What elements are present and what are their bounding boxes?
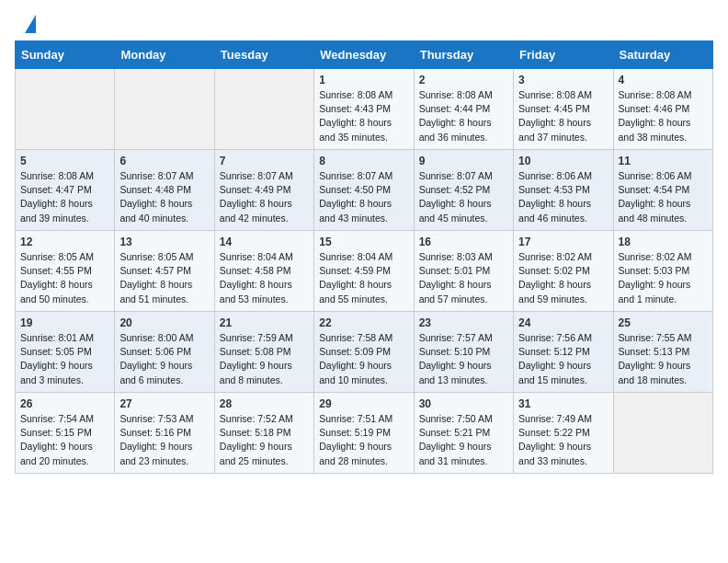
calendar-cell: 19Sunrise: 8:01 AM Sunset: 5:05 PM Dayli… xyxy=(16,312,115,393)
day-info: Sunrise: 8:01 AM Sunset: 5:05 PM Dayligh… xyxy=(20,331,109,387)
calendar-cell: 24Sunrise: 7:56 AM Sunset: 5:12 PM Dayli… xyxy=(514,312,613,393)
day-info: Sunrise: 8:04 AM Sunset: 4:59 PM Dayligh… xyxy=(319,250,408,306)
day-info: Sunrise: 8:02 AM Sunset: 5:03 PM Dayligh… xyxy=(619,250,708,306)
day-info: Sunrise: 8:08 AM Sunset: 4:44 PM Dayligh… xyxy=(419,88,508,144)
day-number: 9 xyxy=(419,155,508,167)
day-info: Sunrise: 8:07 AM Sunset: 4:49 PM Dayligh… xyxy=(220,169,309,225)
calendar-day-header: Monday xyxy=(115,41,214,69)
day-info: Sunrise: 8:08 AM Sunset: 4:47 PM Dayligh… xyxy=(20,169,109,225)
day-number: 6 xyxy=(119,155,209,167)
day-info: Sunrise: 8:07 AM Sunset: 4:50 PM Dayligh… xyxy=(319,169,408,225)
day-info: Sunrise: 7:58 AM Sunset: 5:09 PM Dayligh… xyxy=(319,331,408,387)
calendar-cell: 22Sunrise: 7:58 AM Sunset: 5:09 PM Dayli… xyxy=(314,312,414,393)
day-info: Sunrise: 7:53 AM Sunset: 5:16 PM Dayligh… xyxy=(119,412,209,468)
day-info: Sunrise: 8:08 AM Sunset: 4:45 PM Dayligh… xyxy=(518,88,608,144)
day-info: Sunrise: 7:57 AM Sunset: 5:10 PM Dayligh… xyxy=(419,331,508,387)
day-number: 5 xyxy=(20,155,109,167)
day-info: Sunrise: 8:08 AM Sunset: 4:43 PM Dayligh… xyxy=(319,88,408,144)
day-info: Sunrise: 8:00 AM Sunset: 5:06 PM Dayligh… xyxy=(119,331,209,387)
calendar-day-header: Thursday xyxy=(414,41,513,69)
day-info: Sunrise: 8:07 AM Sunset: 4:48 PM Dayligh… xyxy=(119,169,209,225)
day-info: Sunrise: 7:55 AM Sunset: 5:13 PM Dayligh… xyxy=(619,331,708,387)
day-info: Sunrise: 8:08 AM Sunset: 4:46 PM Dayligh… xyxy=(619,88,708,144)
calendar-cell: 1Sunrise: 8:08 AM Sunset: 4:43 PM Daylig… xyxy=(314,69,414,150)
calendar-cell xyxy=(613,393,712,474)
day-number: 1 xyxy=(319,74,408,86)
calendar-week-row: 19Sunrise: 8:01 AM Sunset: 5:05 PM Dayli… xyxy=(16,312,713,393)
day-number: 20 xyxy=(119,316,209,329)
calendar-cell: 30Sunrise: 7:50 AM Sunset: 5:21 PM Dayli… xyxy=(414,393,513,474)
calendar-cell: 13Sunrise: 8:05 AM Sunset: 4:57 PM Dayli… xyxy=(115,231,214,312)
calendar-cell: 15Sunrise: 8:04 AM Sunset: 4:59 PM Dayli… xyxy=(314,231,414,312)
logo-triangle-icon xyxy=(25,15,36,33)
calendar-cell: 7Sunrise: 8:07 AM Sunset: 4:49 PM Daylig… xyxy=(214,150,313,231)
calendar-cell: 20Sunrise: 8:00 AM Sunset: 5:06 PM Dayli… xyxy=(115,312,214,393)
calendar-cell xyxy=(16,69,115,150)
calendar-week-row: 26Sunrise: 7:54 AM Sunset: 5:15 PM Dayli… xyxy=(16,393,713,474)
day-info: Sunrise: 8:06 AM Sunset: 4:54 PM Dayligh… xyxy=(619,169,708,225)
calendar-wrapper: SundayMondayTuesdayWednesdayThursdayFrid… xyxy=(0,40,728,488)
day-number: 28 xyxy=(220,397,309,410)
calendar-cell: 3Sunrise: 8:08 AM Sunset: 4:45 PM Daylig… xyxy=(514,69,613,150)
calendar-cell: 6Sunrise: 8:07 AM Sunset: 4:48 PM Daylig… xyxy=(115,150,214,231)
calendar-cell: 27Sunrise: 7:53 AM Sunset: 5:16 PM Dayli… xyxy=(115,393,214,474)
day-info: Sunrise: 7:49 AM Sunset: 5:22 PM Dayligh… xyxy=(518,412,608,468)
day-info: Sunrise: 7:54 AM Sunset: 5:15 PM Dayligh… xyxy=(20,412,109,468)
calendar-day-header: Friday xyxy=(514,41,613,69)
day-info: Sunrise: 8:07 AM Sunset: 4:52 PM Dayligh… xyxy=(419,169,508,225)
day-number: 7 xyxy=(220,155,309,167)
calendar-cell: 12Sunrise: 8:05 AM Sunset: 4:55 PM Dayli… xyxy=(16,231,115,312)
calendar-day-header: Tuesday xyxy=(214,41,313,69)
day-number: 19 xyxy=(20,316,109,329)
day-info: Sunrise: 8:04 AM Sunset: 4:58 PM Dayligh… xyxy=(220,250,309,306)
calendar-week-row: 1Sunrise: 8:08 AM Sunset: 4:43 PM Daylig… xyxy=(16,69,713,150)
day-number: 15 xyxy=(319,236,408,248)
day-info: Sunrise: 8:02 AM Sunset: 5:02 PM Dayligh… xyxy=(518,250,608,306)
day-info: Sunrise: 7:51 AM Sunset: 5:19 PM Dayligh… xyxy=(319,412,408,468)
day-number: 31 xyxy=(518,397,608,410)
day-info: Sunrise: 8:05 AM Sunset: 4:55 PM Dayligh… xyxy=(20,250,109,306)
calendar-cell: 29Sunrise: 7:51 AM Sunset: 5:19 PM Dayli… xyxy=(314,393,414,474)
calendar-cell: 2Sunrise: 8:08 AM Sunset: 4:44 PM Daylig… xyxy=(414,69,513,150)
day-number: 18 xyxy=(619,236,708,248)
day-number: 3 xyxy=(518,74,608,86)
day-number: 10 xyxy=(518,155,608,167)
calendar-cell xyxy=(214,69,313,150)
calendar-header-row: SundayMondayTuesdayWednesdayThursdayFrid… xyxy=(16,41,713,69)
day-number: 26 xyxy=(20,397,109,410)
calendar-cell: 5Sunrise: 8:08 AM Sunset: 4:47 PM Daylig… xyxy=(16,150,115,231)
day-number: 4 xyxy=(619,74,708,86)
day-number: 30 xyxy=(419,397,508,410)
day-info: Sunrise: 7:50 AM Sunset: 5:21 PM Dayligh… xyxy=(419,412,508,468)
calendar-day-header: Sunday xyxy=(16,41,115,69)
calendar-cell: 11Sunrise: 8:06 AM Sunset: 4:54 PM Dayli… xyxy=(613,150,712,231)
calendar-cell: 8Sunrise: 8:07 AM Sunset: 4:50 PM Daylig… xyxy=(314,150,414,231)
day-number: 14 xyxy=(220,236,309,248)
day-number: 29 xyxy=(319,397,408,410)
day-number: 21 xyxy=(220,316,309,329)
day-number: 16 xyxy=(419,236,508,248)
calendar-cell: 31Sunrise: 7:49 AM Sunset: 5:22 PM Dayli… xyxy=(514,393,613,474)
day-number: 23 xyxy=(419,316,508,329)
calendar-cell: 14Sunrise: 8:04 AM Sunset: 4:58 PM Dayli… xyxy=(214,231,313,312)
calendar-cell: 23Sunrise: 7:57 AM Sunset: 5:10 PM Dayli… xyxy=(414,312,513,393)
calendar-cell: 21Sunrise: 7:59 AM Sunset: 5:08 PM Dayli… xyxy=(214,312,313,393)
day-number: 12 xyxy=(20,236,109,248)
day-number: 8 xyxy=(319,155,408,167)
calendar-cell: 28Sunrise: 7:52 AM Sunset: 5:18 PM Dayli… xyxy=(214,393,313,474)
page-header xyxy=(0,0,728,40)
day-number: 25 xyxy=(619,316,708,329)
day-number: 17 xyxy=(518,236,608,248)
calendar-cell: 4Sunrise: 8:08 AM Sunset: 4:46 PM Daylig… xyxy=(613,69,712,150)
day-info: Sunrise: 7:56 AM Sunset: 5:12 PM Dayligh… xyxy=(518,331,608,387)
logo xyxy=(22,17,38,33)
calendar-week-row: 5Sunrise: 8:08 AM Sunset: 4:47 PM Daylig… xyxy=(16,150,713,231)
day-info: Sunrise: 7:52 AM Sunset: 5:18 PM Dayligh… xyxy=(220,412,309,468)
day-info: Sunrise: 8:06 AM Sunset: 4:53 PM Dayligh… xyxy=(518,169,608,225)
day-number: 13 xyxy=(119,236,209,248)
calendar-cell: 26Sunrise: 7:54 AM Sunset: 5:15 PM Dayli… xyxy=(16,393,115,474)
calendar-day-header: Saturday xyxy=(613,41,712,69)
calendar-day-header: Wednesday xyxy=(314,41,414,69)
day-number: 24 xyxy=(518,316,608,329)
calendar-cell: 25Sunrise: 7:55 AM Sunset: 5:13 PM Dayli… xyxy=(613,312,712,393)
